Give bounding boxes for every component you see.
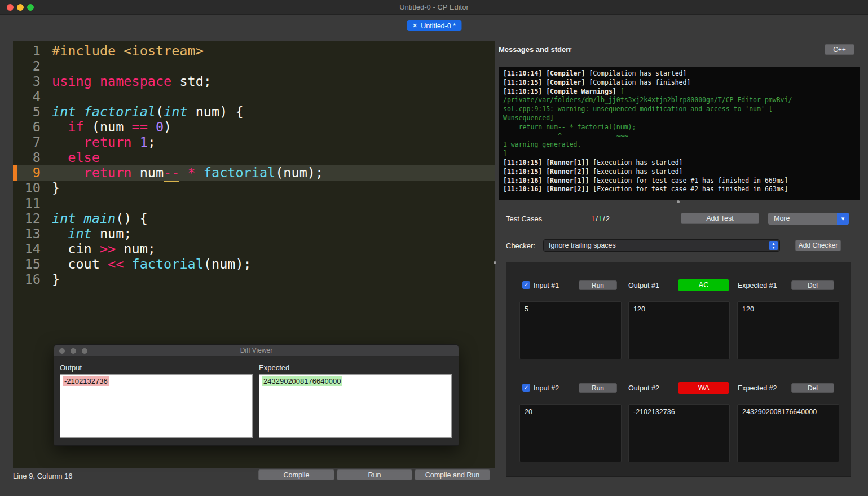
code-line[interactable]: 6 if (num == 0)	[13, 120, 495, 135]
expected-label: Expected #2	[738, 384, 777, 392]
minimize-window-button[interactable]	[17, 4, 24, 11]
verdict-badge[interactable]: AC	[678, 279, 729, 291]
diff-minimize-button[interactable]	[71, 348, 76, 354]
diff-output-pane[interactable]: -2102132736	[60, 374, 253, 438]
current-line-marker	[13, 150, 17, 165]
summary-count: 2	[606, 214, 610, 223]
console-line: sol.cpp:9:15: warning: unsequenced modif…	[503, 105, 856, 114]
splitter-handle-vertical[interactable]	[494, 261, 496, 264]
tab-close-icon[interactable]: ✕	[412, 23, 417, 29]
code-text: using namespace std;	[48, 74, 212, 89]
console-line: return num-- * factorial(num);	[503, 123, 856, 132]
code-text	[48, 89, 52, 104]
console-line: [11:10:15] [Runner[1]] [Execution has st…	[503, 159, 856, 168]
summary-count: 1	[598, 214, 603, 223]
line-number: 9	[17, 165, 48, 181]
current-line-marker	[13, 89, 17, 104]
current-line-marker	[13, 181, 17, 196]
tab-label: Untitled-0 *	[421, 22, 456, 30]
code-line[interactable]: 12int main() {	[13, 211, 495, 226]
console-log[interactable]: [11:10:14] [Compiler] [Compilation has s…	[499, 67, 860, 200]
code-line[interactable]: 14 cin >> num;	[13, 242, 495, 257]
code-text: cout << factorial(num);	[48, 257, 252, 272]
run-testcase-button[interactable]: Run	[579, 383, 617, 393]
stepper-up-icon: ▲	[772, 242, 775, 245]
diff-expected-pane[interactable]: 2432902008176640000	[259, 374, 452, 438]
console-line: /private/var/folders/dm/lb_jj0ts3xj2k4xt…	[503, 96, 856, 105]
console-line: ]	[503, 150, 856, 159]
language-button[interactable]: C++	[825, 44, 854, 55]
input-box[interactable]: 20	[519, 404, 622, 462]
add-test-button[interactable]: Add Test	[681, 213, 759, 224]
code-text: cin >> num;	[48, 242, 156, 257]
add-checker-button[interactable]: Add Checker	[795, 240, 841, 251]
compile-button[interactable]: Compile	[258, 469, 334, 480]
testcases-title: Test Cases	[506, 214, 542, 223]
code-line[interactable]: 15 cout << factorial(num);	[13, 257, 495, 272]
code-line[interactable]: 1#include <iostream>	[13, 43, 495, 59]
verdict-badge[interactable]: WA	[678, 382, 729, 394]
code-line[interactable]: 8 else	[13, 150, 495, 165]
code-line[interactable]: 2	[13, 59, 495, 74]
code-text: int num;	[48, 226, 132, 242]
input-label: Input #2	[534, 384, 559, 392]
tab-untitled-0[interactable]: ✕ Untitled-0 *	[407, 20, 461, 31]
expected-box[interactable]: 2432902008176640000	[737, 404, 839, 462]
code-line[interactable]: 4	[13, 89, 495, 104]
code-text: return 1;	[48, 135, 156, 150]
line-number: 16	[17, 272, 48, 287]
more-dropdown-label: More	[774, 214, 790, 222]
checker-select[interactable]: Ignore trailing spaces ▲ ▼	[543, 239, 780, 252]
code-text: }	[48, 181, 60, 196]
line-number: 13	[17, 226, 48, 242]
code-line[interactable]: 3using namespace std;	[13, 74, 495, 89]
diff-expected-label: Expected	[259, 363, 289, 372]
code-line[interactable]: 10}	[13, 181, 495, 196]
diff-viewer-titlebar[interactable]: Diff Viewer	[54, 345, 459, 357]
code-line[interactable]: 7 return 1;	[13, 135, 495, 150]
console-line: [11:10:14] [Compiler] [Compilation has s…	[503, 69, 856, 78]
code-line[interactable]: 11	[13, 196, 495, 211]
more-dropdown[interactable]: More ▾	[768, 213, 849, 225]
splitter-handle-horizontal[interactable]	[677, 200, 680, 203]
output-label: Output #2	[628, 384, 659, 392]
output-box[interactable]: 120	[628, 301, 730, 359]
delete-testcase-button[interactable]: Del	[791, 383, 834, 393]
input-box[interactable]: 5	[519, 301, 622, 359]
code-text: int main() {	[48, 211, 148, 226]
current-line-marker	[13, 120, 17, 135]
diff-close-button[interactable]	[59, 348, 65, 354]
testcase-summary: 1/1/2	[591, 214, 610, 223]
code-line[interactable]: 13 int num;	[13, 226, 495, 242]
delete-testcase-button[interactable]: Del	[791, 280, 834, 290]
console-line: 1 warning generated.	[503, 141, 856, 150]
current-line-marker	[13, 104, 17, 120]
output-label: Output #1	[628, 282, 659, 289]
output-box[interactable]: -2102132736	[628, 404, 730, 462]
current-line-marker	[13, 74, 17, 89]
line-number: 12	[17, 211, 48, 226]
testcase-checkbox[interactable]: ✓	[522, 384, 530, 392]
line-number: 7	[17, 135, 48, 150]
console-line: [11:10:16] [Runner[1]] [Execution for te…	[503, 177, 856, 186]
code-line[interactable]: 9 return num-- * factorial(num);	[13, 165, 495, 181]
current-line-marker	[13, 211, 17, 226]
console-line: [11:10:15] [Compile Warnings] [	[503, 87, 856, 96]
close-window-button[interactable]	[7, 4, 14, 11]
run-testcase-button[interactable]: Run	[579, 280, 617, 290]
code-line[interactable]: 16}	[13, 272, 495, 287]
run-button[interactable]: Run	[337, 469, 412, 480]
line-number: 8	[17, 150, 48, 165]
code-text: }	[48, 272, 60, 287]
line-number: 6	[17, 120, 48, 135]
compile-and-run-button[interactable]: Compile and Run	[415, 469, 490, 480]
testcase-checkbox[interactable]: ✓	[522, 281, 530, 289]
expected-box[interactable]: 120	[737, 301, 839, 359]
code-line[interactable]: 5int factorial(int num) {	[13, 104, 495, 120]
console-line: Wunsequenced]	[503, 114, 856, 123]
cursor-position-status: Line 9, Column 16	[13, 472, 73, 480]
current-line-marker	[13, 165, 17, 181]
code-text: int factorial(int num) {	[48, 104, 244, 120]
zoom-window-button[interactable]	[27, 4, 34, 11]
diff-zoom-button[interactable]	[82, 348, 87, 354]
